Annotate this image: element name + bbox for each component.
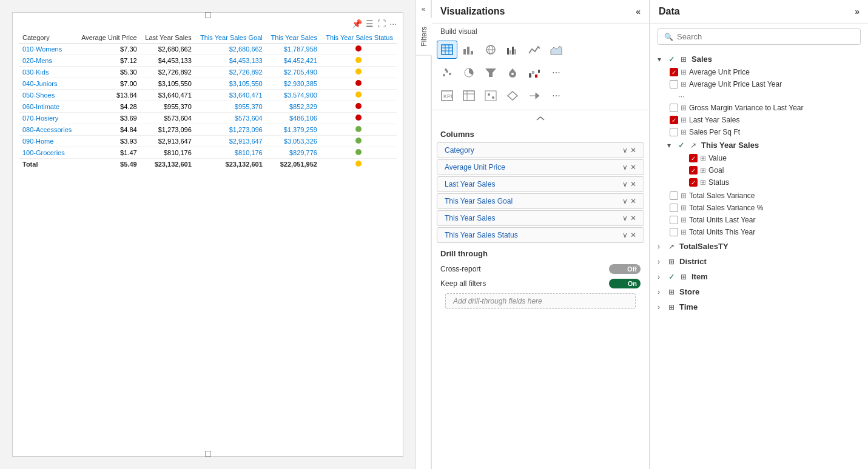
tree-item-value[interactable]: ✓ ⊞ Value [660,152,868,164]
field-chevron-col-this-year-sales[interactable]: ∨ [622,214,628,222]
field-chevron-col-this-year-sales-status[interactable]: ∨ [622,231,628,239]
tree-subgroup-header-tys[interactable]: ▾ ✓ ↗ This Year Sales [660,138,868,152]
tuly-checkbox[interactable] [670,216,678,224]
table-row[interactable]: 090-Home $3.93 $2,913,647 $2,913,647 $3,… [19,136,397,147]
col-header-status[interactable]: This Year Sales Status [321,32,397,44]
column-field-col-avg-unit-price[interactable]: Average Unit Price ∨ ✕ [437,159,644,175]
table-row[interactable]: 020-Mens $7.12 $4,453,133 $4,453,133 $4,… [19,55,397,67]
viz-table2-icon[interactable] [459,87,479,105]
table-row[interactable]: 070-Hosiery $3.69 $573,604 $573,604 $486… [19,113,397,124]
col-header-category[interactable]: Category [19,32,76,44]
tree-group-header-time[interactable]: › ⊞ Time [650,300,868,314]
tree-dots-sales[interactable]: ··· [650,90,868,102]
viz-area-icon[interactable] [546,41,567,59]
table-row[interactable]: 050-Shoes $13.84 $3,640,471 $3,640,471 $… [19,90,397,101]
field-remove-col-category[interactable]: ✕ [630,146,636,155]
resize-handle-top[interactable] [205,12,211,18]
expand-icon[interactable]: ⛶ [377,19,386,28]
table-row[interactable]: 060-Intimate $4.28 $955,370 $955,370 $85… [19,101,397,113]
field-chevron-col-this-year-sales-goal[interactable]: ∨ [622,197,628,205]
tree-item-total-sales-variance-pct[interactable]: ⊞ Total Sales Variance % [650,202,868,214]
viz-line-icon[interactable] [524,41,545,59]
tree-group-header-district[interactable]: › ⊞ District [650,254,868,268]
pin-icon[interactable]: 📌 [352,19,362,28]
tree-group-header-store[interactable]: › ⊞ Store [650,285,868,299]
data-panel-expand-btn[interactable]: » [855,7,860,16]
tsv-checkbox[interactable] [670,191,678,200]
status-checkbox[interactable]: ✓ [689,178,698,187]
value-checkbox[interactable]: ✓ [689,154,698,162]
tree-group-header-sales[interactable]: ▾ ✓ ⊞ Sales [650,52,868,66]
viz-scatter-icon[interactable] [437,64,457,82]
viz-funnel-icon[interactable] [480,64,501,82]
table-row[interactable]: 080-Accessories $4.84 $1,273,096 $1,273,… [19,124,397,136]
field-remove-col-this-year-sales[interactable]: ✕ [630,214,636,222]
viz-globe-icon[interactable] [480,41,501,59]
table-row[interactable]: 040-Juniors $7.00 $3,105,550 $3,105,550 … [19,78,397,90]
col-header-avg-unit-price[interactable]: Average Unit Price [76,32,141,44]
tree-item-sales-per-sq[interactable]: ⊞ Sales Per Sq Ft [650,126,868,138]
filters-tab[interactable]: Filters [415,18,432,56]
viz-more-icon[interactable]: ··· [546,64,567,82]
viz-diamond-icon[interactable] [502,87,523,105]
tsvp-checkbox[interactable] [670,204,678,212]
viz-location-icon[interactable] [480,87,501,105]
column-field-col-this-year-sales-goal[interactable]: This Year Sales Goal ∨ ✕ [437,193,644,209]
viz-bar-icon[interactable] [459,41,479,59]
gross-margin-checkbox[interactable] [670,104,678,112]
tuty-checkbox[interactable] [670,228,678,236]
cross-report-toggle[interactable]: Off [609,264,641,274]
column-field-col-category[interactable]: Category ∨ ✕ [437,142,644,158]
field-remove-col-avg-unit-price[interactable]: ✕ [630,163,636,171]
resize-handle-bottom[interactable] [205,451,211,457]
column-field-col-this-year-sales-status[interactable]: This Year Sales Status ∨ ✕ [437,227,644,243]
table-row[interactable]: 010-Womens $7.30 $2,680,662 $2,680,662 $… [19,44,397,55]
tree-item-total-sales-variance[interactable]: ⊞ Total Sales Variance [650,190,868,202]
goal-checkbox[interactable]: ✓ [689,166,698,175]
col-header-this-year-sales[interactable]: This Year Sales [266,32,321,44]
drill-through-field-placeholder[interactable]: Add drill-through fields here [445,293,636,309]
viz-waterfall-icon[interactable] [524,64,545,82]
viz-expand-btn[interactable]: « [636,7,641,16]
viz-map-icon[interactable] [502,64,523,82]
field-remove-col-this-year-sales-status[interactable]: ✕ [630,231,636,239]
avg-unit-price-checkbox[interactable]: ✓ [670,68,678,76]
field-chevron-col-category[interactable]: ∨ [622,146,628,155]
last-year-sales-checkbox[interactable]: ✓ [670,116,678,124]
keep-filters-toggle[interactable]: On [609,279,641,288]
tree-item-gross-margin[interactable]: ⊞ Gross Margin Variance to Last Year [650,102,868,114]
viz-arrow-icon[interactable] [524,87,545,105]
viz-table-icon[interactable] [437,41,457,59]
collapse-chevron[interactable] [534,115,547,122]
tree-item-goal[interactable]: ✓ ⊞ Goal [660,164,868,176]
tree-group-header-item[interactable]: › ✓ ⊞ Item [650,270,868,284]
column-field-col-last-year-sales[interactable]: Last Year Sales ∨ ✕ [437,176,644,192]
viz-clustered-bar-icon[interactable] [502,41,523,59]
sales-per-sq-checkbox[interactable] [670,128,678,136]
menu-icon[interactable]: ☰ [366,19,374,28]
search-box[interactable]: 🔍 [658,28,861,45]
table-row[interactable]: 100-Groceries $1.47 $810,176 $810,176 $8… [19,147,397,159]
tree-item-total-units-this-year[interactable]: ⊞ Total Units This Year [650,226,868,238]
col-header-last-year-sales[interactable]: Last Year Sales [141,32,195,44]
avg-unit-price-ly-checkbox[interactable] [670,80,678,88]
search-input[interactable] [677,32,854,41]
field-remove-col-this-year-sales-goal[interactable]: ✕ [630,197,636,205]
column-field-col-this-year-sales[interactable]: This Year Sales ∨ ✕ [437,210,644,226]
tree-item-last-year-sales[interactable]: ✓ ⊞ Last Year Sales [650,114,868,126]
more-icon[interactable]: ··· [389,19,397,28]
tree-item-avg-unit-price[interactable]: ✓ ⊞ Average Unit Price [650,66,868,78]
tree-item-total-units-last-year[interactable]: ⊞ Total Units Last Year [650,214,868,226]
tree-item-avg-unit-price-ly[interactable]: ⊞ Average Unit Price Last Year [650,78,868,90]
viz-collapse-btn[interactable]: « [422,0,426,18]
viz-more2-icon[interactable]: ··· [546,87,567,105]
table-row[interactable]: 030-Kids $5.30 $2,726,892 $2,726,892 $2,… [19,67,397,78]
field-chevron-col-avg-unit-price[interactable]: ∨ [622,163,628,171]
viz-kpi-icon[interactable]: KPI [437,87,457,105]
tree-item-status[interactable]: ✓ ⊞ Status [660,176,868,188]
viz-pie-icon[interactable] [459,64,479,82]
tree-group-header-total-sales-ty[interactable]: › ↗ TotalSalesTY [650,239,868,253]
field-remove-col-last-year-sales[interactable]: ✕ [630,180,636,188]
field-chevron-col-last-year-sales[interactable]: ∨ [622,180,628,188]
col-header-this-year-sales-goal[interactable]: This Year Sales Goal [195,32,266,44]
